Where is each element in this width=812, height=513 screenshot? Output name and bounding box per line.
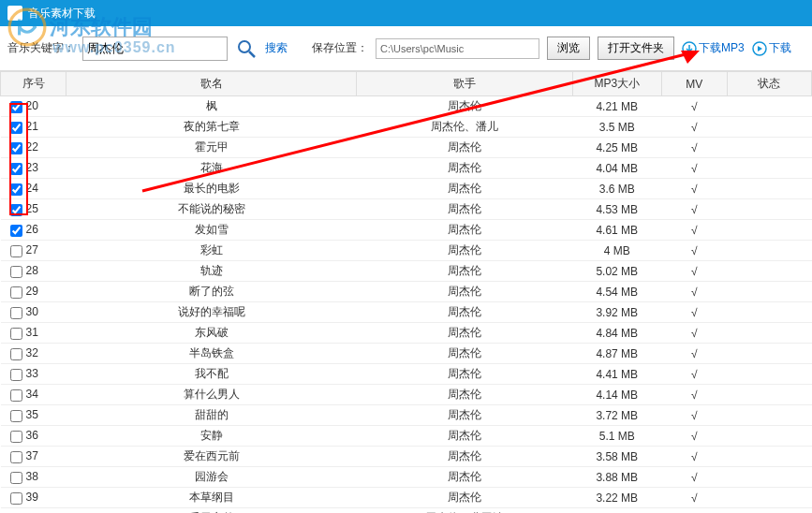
table-row[interactable]: 26发如雪周杰伦4.61 MB√	[1, 220, 812, 241]
table-row[interactable]: 23花海周杰伦4.04 MB√	[1, 158, 812, 179]
row-checkbox[interactable]	[10, 307, 22, 319]
row-checkbox[interactable]	[10, 472, 22, 484]
row-mv: √	[661, 508, 727, 514]
row-checkbox[interactable]	[10, 389, 22, 402]
row-singer: 周杰伦	[357, 179, 572, 199]
table-row[interactable]: 37爱在西元前周杰伦3.58 MB√	[1, 447, 812, 467]
row-checkbox[interactable]	[10, 451, 22, 463]
row-mv: √	[661, 117, 727, 138]
row-singer: 周杰伦	[357, 220, 572, 241]
row-song: 算什么男人	[66, 385, 357, 405]
row-singer: 周杰伦	[357, 467, 572, 488]
row-mv: √	[661, 426, 727, 447]
col-seq-header[interactable]: 序号	[1, 72, 66, 96]
row-checkbox[interactable]	[10, 492, 22, 505]
row-checkbox[interactable]	[10, 183, 22, 196]
keyword-input[interactable]	[82, 37, 228, 61]
table-row[interactable]: 36安静周杰伦5.1 MB√	[1, 426, 812, 447]
table-row[interactable]: 39本草纲目周杰伦3.22 MB√	[1, 488, 812, 508]
row-status	[727, 488, 811, 508]
row-seq: 32	[26, 346, 38, 359]
row-checkbox[interactable]	[10, 410, 22, 422]
table-row[interactable]: 20枫周杰伦4.21 MB√	[1, 96, 812, 117]
row-status	[727, 158, 811, 179]
window-title: 音乐素材下载	[28, 6, 96, 22]
download-mp3-link[interactable]: 下载MP3	[682, 40, 745, 56]
row-size: 4.41 MB	[572, 364, 661, 385]
row-size: 3.22 MB	[572, 488, 661, 508]
row-mv: √	[661, 220, 727, 241]
row-mv: √	[661, 385, 727, 405]
save-path-input[interactable]	[376, 38, 539, 59]
row-status	[727, 138, 811, 158]
row-checkbox[interactable]	[10, 163, 22, 175]
row-singer: 周杰伦	[357, 96, 572, 117]
row-seq: 36	[26, 429, 38, 442]
col-mv-header[interactable]: MV	[661, 72, 727, 96]
row-checkbox[interactable]	[10, 348, 22, 360]
row-checkbox[interactable]	[10, 245, 22, 257]
row-mv: √	[661, 364, 727, 385]
row-checkbox[interactable]	[10, 101, 22, 113]
col-status-header[interactable]: 状态	[727, 72, 811, 96]
row-status	[727, 117, 811, 138]
row-size: 3.72 MB	[572, 405, 661, 426]
table-row[interactable]: 31东风破周杰伦4.84 MB√	[1, 323, 812, 344]
table-row[interactable]: 28轨迹周杰伦5.02 MB√	[1, 261, 812, 282]
table-row[interactable]: 35甜甜的周杰伦3.72 MB√	[1, 405, 812, 426]
table-row[interactable]: 22霍元甲周杰伦4.25 MB√	[1, 138, 812, 158]
table-row[interactable]: 30说好的幸福呢周杰伦3.92 MB√	[1, 302, 812, 323]
row-size: 3.6 MB	[572, 179, 661, 199]
row-mv: √	[661, 158, 727, 179]
table-row[interactable]: 21夜的第七章周杰伦、潘儿3.5 MB√	[1, 117, 812, 138]
row-song: 园游会	[66, 467, 357, 488]
row-seq: 31	[26, 326, 38, 339]
save-location-label: 保存位置：	[312, 40, 368, 56]
col-song-header[interactable]: 歌名	[66, 72, 357, 96]
table-row[interactable]: 33我不配周杰伦4.41 MB√	[1, 364, 812, 385]
open-folder-button[interactable]: 打开文件夹	[598, 37, 674, 60]
row-checkbox[interactable]	[10, 328, 22, 340]
table-row[interactable]: 40千里之外周杰伦、费玉清3.91 MB√	[1, 508, 812, 514]
row-size: 4.53 MB	[572, 199, 661, 220]
toolbar: 音乐关键字： 搜索 保存位置： 浏览 打开文件夹 下载MP3 下载	[0, 26, 812, 71]
row-checkbox[interactable]	[10, 225, 22, 237]
row-seq: 24	[26, 182, 38, 195]
row-song: 半岛铁盒	[66, 344, 357, 364]
row-seq: 33	[26, 367, 38, 380]
download-other-link[interactable]: 下载	[752, 40, 791, 56]
row-size: 3.88 MB	[572, 467, 661, 488]
row-checkbox[interactable]	[10, 266, 22, 278]
search-icon[interactable]	[235, 37, 258, 60]
row-song: 霍元甲	[66, 138, 357, 158]
row-checkbox[interactable]	[10, 122, 22, 134]
row-mv: √	[661, 302, 727, 323]
search-link[interactable]: 搜索	[265, 40, 288, 56]
row-status	[727, 179, 811, 199]
table-row[interactable]: 25不能说的秘密周杰伦4.53 MB√	[1, 199, 812, 220]
row-singer: 周杰伦	[357, 241, 572, 261]
download-other-label: 下载	[769, 40, 791, 56]
row-checkbox[interactable]	[10, 369, 22, 381]
results-table: 序号 歌名 歌手 MP3大小 MV 状态 20枫周杰伦4.21 MB√21夜的第…	[0, 71, 812, 513]
table-row[interactable]: 32半岛铁盒周杰伦4.87 MB√	[1, 344, 812, 364]
row-size: 5.1 MB	[572, 426, 661, 447]
row-status	[727, 199, 811, 220]
row-status	[727, 323, 811, 344]
table-row[interactable]: 29断了的弦周杰伦4.54 MB√	[1, 282, 812, 302]
row-status	[727, 241, 811, 261]
col-singer-header[interactable]: 歌手	[357, 72, 572, 96]
row-size: 4.25 MB	[572, 138, 661, 158]
row-checkbox[interactable]	[10, 204, 22, 216]
browse-button[interactable]: 浏览	[547, 37, 590, 60]
row-seq: 38	[26, 470, 38, 483]
table-row[interactable]: 38园游会周杰伦3.88 MB√	[1, 467, 812, 488]
table-row[interactable]: 27彩虹周杰伦4 MB√	[1, 241, 812, 261]
col-size-header[interactable]: MP3大小	[572, 72, 661, 96]
download-mp3-label: 下载MP3	[699, 40, 745, 56]
row-checkbox[interactable]	[10, 431, 22, 443]
row-checkbox[interactable]	[10, 286, 22, 299]
table-row[interactable]: 34算什么男人周杰伦4.14 MB√	[1, 385, 812, 405]
row-checkbox[interactable]	[10, 142, 22, 154]
table-row[interactable]: 24最长的电影周杰伦3.6 MB√	[1, 179, 812, 199]
